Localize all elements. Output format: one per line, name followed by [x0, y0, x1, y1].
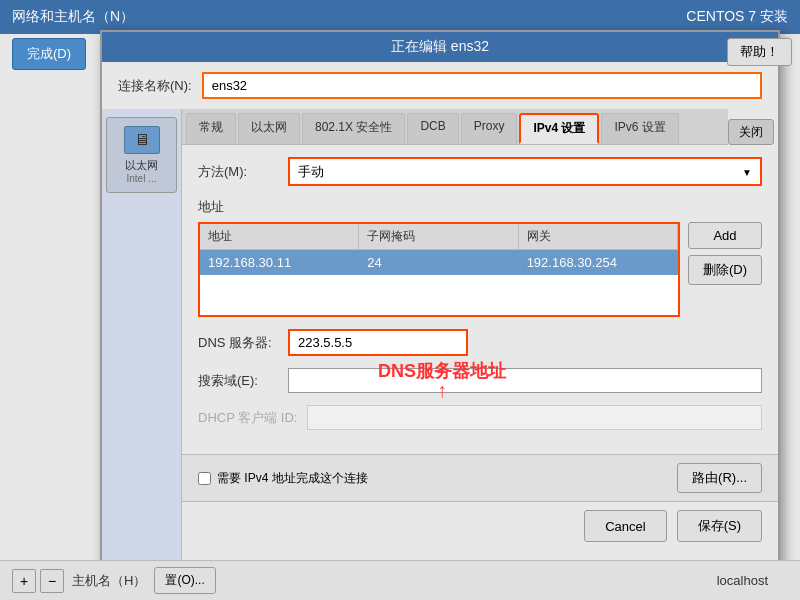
connection-name-label: 连接名称(N): — [118, 77, 192, 95]
dialog-title: 正在编辑 ens32 — [391, 38, 489, 54]
require-ipv4-checkbox[interactable] — [198, 472, 211, 485]
dns-label: DNS 服务器: — [198, 334, 278, 352]
tab-ethernet[interactable]: 以太网 — [238, 113, 300, 144]
sidebar: 🖥 以太网 Intel ... — [102, 109, 182, 569]
complete-button[interactable]: 完成(D) — [12, 38, 86, 70]
dhcp-client-row: DHCP 客户端 ID: — [198, 405, 762, 430]
dns-row: DNS 服务器: DNS服务器地址 ↑ — [198, 329, 762, 356]
tab-ipv4[interactable]: IPv4 设置 — [519, 113, 599, 144]
address-section: 地址 地址 子网掩码 网关 192.168.30.11 24 192. — [198, 198, 762, 317]
connection-name-input[interactable] — [202, 72, 762, 99]
dns-input[interactable] — [288, 329, 468, 356]
method-select-wrapper[interactable]: 手动 自动(DHCP) 仅链接本地 共享到其他计算机 禁用 ▼ — [288, 157, 762, 186]
cell-address-0: 192.168.30.11 — [200, 250, 359, 275]
address-table-header: 地址 子网掩码 网关 — [200, 224, 678, 250]
sidebar-item-label: 以太网 — [125, 158, 158, 173]
help-button[interactable]: 帮助！ — [727, 38, 792, 66]
dialog-bottom: Cancel 保存(S) — [182, 501, 778, 550]
search-domain-label: 搜索域(E): — [198, 372, 278, 390]
remove-network-button[interactable]: − — [40, 569, 64, 593]
add-button[interactable]: Add — [688, 222, 762, 249]
dhcp-client-label: DHCP 客户端 ID: — [198, 409, 297, 427]
network-bottom-bar: + − 主机名（H） 置(O)... localhost — [0, 560, 800, 600]
sidebar-item-ethernet[interactable]: 🖥 以太网 Intel ... — [106, 117, 177, 193]
tabs-row: 常规 以太网 802.1X 安全性 DCB Proxy IPv4 设置 IPv6… — [182, 109, 778, 145]
address-row-0[interactable]: 192.168.30.11 24 192.168.30.254 — [200, 250, 678, 275]
dhcp-client-input — [307, 405, 762, 430]
dialog-title-bar: 正在编辑 ens32 — [102, 32, 778, 62]
address-table: 地址 子网掩码 网关 192.168.30.11 24 192.168.30.2… — [198, 222, 680, 317]
address-section-label: 地址 — [198, 198, 762, 216]
tabs: 常规 以太网 802.1X 安全性 DCB Proxy IPv4 设置 IPv6… — [182, 109, 728, 145]
tab-8021x[interactable]: 802.1X 安全性 — [302, 113, 405, 144]
tab-proxy[interactable]: Proxy — [461, 113, 518, 144]
address-buttons: Add 删除(D) — [688, 222, 762, 317]
search-domain-input[interactable] — [288, 368, 762, 393]
connection-name-row: 连接名称(N): — [102, 62, 778, 109]
plus-minus-row: + − — [12, 569, 64, 593]
annotation-container: DNS服务器地址 ↑ — [378, 359, 506, 402]
close-button[interactable]: 关闭 — [728, 119, 774, 145]
require-ipv4-row: 需要 IPv4 地址完成这个连接 — [198, 470, 368, 487]
edit-connection-dialog: 正在编辑 ens32 连接名称(N): 🖥 以太网 Intel ... 常规 以… — [100, 30, 780, 571]
cell-subnet-0: 24 — [359, 250, 518, 275]
header-address: 地址 — [200, 224, 359, 249]
network-window-title: 网络和主机名（N） — [12, 8, 134, 26]
address-table-container: 地址 子网掩码 网关 192.168.30.11 24 192.168.30.2… — [198, 222, 762, 317]
form-content: 方法(M): 手动 自动(DHCP) 仅链接本地 共享到其他计算机 禁用 ▼ — [182, 145, 778, 454]
method-label: 方法(M): — [198, 163, 278, 181]
sidebar-item-sublabel: Intel ... — [126, 173, 156, 184]
save-button[interactable]: 保存(S) — [677, 510, 762, 542]
header-gateway: 网关 — [519, 224, 678, 249]
bg-header: 网络和主机名（N） CENTOS 7 安装 — [0, 0, 800, 34]
method-row: 方法(M): 手动 自动(DHCP) 仅链接本地 共享到其他计算机 禁用 ▼ — [198, 157, 762, 186]
route-button[interactable]: 路由(R)... — [677, 463, 762, 493]
header-subnet: 子网掩码 — [359, 224, 518, 249]
cancel-button[interactable]: Cancel — [584, 510, 666, 542]
cell-gateway-0: 192.168.30.254 — [519, 250, 678, 275]
address-table-empty — [200, 275, 678, 315]
ethernet-icon: 🖥 — [124, 126, 160, 154]
tab-dcb[interactable]: DCB — [407, 113, 458, 144]
tab-general[interactable]: 常规 — [186, 113, 236, 144]
add-network-button[interactable]: + — [12, 569, 36, 593]
method-select[interactable]: 手动 自动(DHCP) 仅链接本地 共享到其他计算机 禁用 — [290, 159, 760, 184]
delete-button[interactable]: 删除(D) — [688, 255, 762, 285]
settings-button[interactable]: 置(O)... — [154, 567, 215, 594]
require-ipv4-label: 需要 IPv4 地址完成这个连接 — [217, 470, 368, 487]
centos-title: CENTOS 7 安装 — [686, 8, 788, 26]
main-area: 🖥 以太网 Intel ... 常规 以太网 802.1X 安全性 DCB Pr… — [102, 109, 778, 569]
hostname-label: 主机名（H） — [72, 572, 146, 590]
content-area: 常规 以太网 802.1X 安全性 DCB Proxy IPv4 设置 IPv6… — [182, 109, 778, 569]
tab-ipv6[interactable]: IPv6 设置 — [601, 113, 678, 144]
bottom-bar: 需要 IPv4 地址完成这个连接 路由(R)... — [182, 454, 778, 501]
hostname-value: localhost — [717, 573, 768, 588]
